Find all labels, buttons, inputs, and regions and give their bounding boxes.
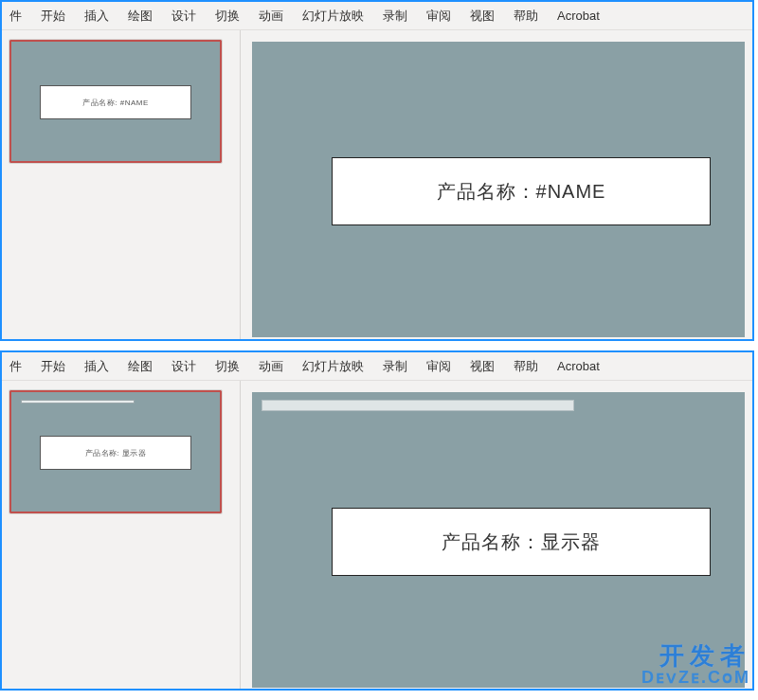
ribbon-tab-9[interactable]: 审阅 bbox=[417, 2, 460, 29]
slide-text-box[interactable]: 产品名称：显示器 bbox=[332, 508, 711, 576]
ribbon-tabs-bar: 件开始插入绘图设计切换动画幻灯片放映录制审阅视图帮助Acrobat bbox=[2, 2, 752, 30]
thumb-text-box: 产品名称: 显示器 bbox=[40, 436, 191, 470]
editor-body: 产品名称: #NAME 产品名称：#NAME bbox=[2, 30, 752, 339]
slide-canvas[interactable]: 产品名称：#NAME bbox=[252, 42, 745, 337]
ribbon-tab-9[interactable]: 审阅 bbox=[417, 352, 460, 380]
ribbon-tab-5[interactable]: 切换 bbox=[206, 352, 249, 380]
ribbon-tab-0[interactable]: 件 bbox=[8, 2, 31, 29]
ribbon-tab-3[interactable]: 绘图 bbox=[118, 2, 162, 29]
ribbon-tab-8[interactable]: 录制 bbox=[373, 2, 417, 29]
slide-text-box[interactable]: 产品名称：#NAME bbox=[332, 157, 711, 225]
slide-thumbnail-1[interactable]: 产品名称: #NAME bbox=[9, 40, 222, 163]
ribbon-tab-2[interactable]: 插入 bbox=[75, 352, 118, 380]
powerpoint-window-1: 件开始插入绘图设计切换动画幻灯片放映录制审阅视图帮助Acrobat 产品名称: … bbox=[0, 0, 754, 341]
ribbon-tab-11[interactable]: 帮助 bbox=[504, 2, 548, 29]
editor-body: 产品名称: 显示器 产品名称：显示器 bbox=[2, 381, 752, 689]
ribbon-tab-4[interactable]: 设计 bbox=[162, 352, 206, 380]
ribbon-tab-10[interactable]: 视图 bbox=[460, 2, 504, 29]
slide-thumbnail-1[interactable]: 产品名称: 显示器 bbox=[9, 390, 222, 513]
ribbon-tabs-bar: 件开始插入绘图设计切换动画幻灯片放映录制审阅视图帮助Acrobat bbox=[2, 352, 752, 381]
ribbon-tab-11[interactable]: 帮助 bbox=[504, 352, 548, 380]
ribbon-tab-3[interactable]: 绘图 bbox=[118, 352, 162, 380]
slide-editor-pane[interactable]: 产品名称：显示器 bbox=[241, 381, 752, 689]
thumb-text-box: 产品名称: #NAME bbox=[40, 85, 191, 119]
ribbon-tab-12[interactable]: Acrobat bbox=[548, 352, 609, 380]
ribbon-tab-0[interactable]: 件 bbox=[8, 352, 31, 380]
ribbon-tab-5[interactable]: 切换 bbox=[206, 2, 249, 29]
ribbon-tab-10[interactable]: 视图 bbox=[460, 352, 504, 380]
ribbon-tab-4[interactable]: 设计 bbox=[162, 2, 206, 29]
ribbon-tab-6[interactable]: 动画 bbox=[249, 352, 293, 380]
slide-thumbnails-pane[interactable]: 产品名称: #NAME bbox=[2, 30, 241, 339]
ribbon-tab-6[interactable]: 动画 bbox=[249, 2, 293, 29]
ribbon-tab-7[interactable]: 幻灯片放映 bbox=[293, 2, 373, 29]
ribbon-tab-2[interactable]: 插入 bbox=[75, 2, 118, 29]
ribbon-tab-1[interactable]: 开始 bbox=[31, 352, 75, 380]
slide-canvas[interactable]: 产品名称：显示器 bbox=[252, 392, 745, 688]
ribbon-tab-8[interactable]: 录制 bbox=[373, 352, 417, 380]
slide-editor-pane[interactable]: 产品名称：#NAME bbox=[241, 30, 752, 339]
ribbon-tab-7[interactable]: 幻灯片放映 bbox=[293, 352, 373, 380]
ribbon-tab-12[interactable]: Acrobat bbox=[548, 2, 609, 29]
thumb-title-placeholder bbox=[21, 400, 135, 404]
ribbon-tab-1[interactable]: 开始 bbox=[31, 2, 75, 29]
page-root: 件开始插入绘图设计切换动画幻灯片放映录制审阅视图帮助Acrobat 产品名称: … bbox=[0, 0, 758, 691]
slide-title-placeholder[interactable] bbox=[262, 400, 574, 411]
slide-thumbnails-pane[interactable]: 产品名称: 显示器 bbox=[2, 381, 241, 689]
powerpoint-window-2: 件开始插入绘图设计切换动画幻灯片放映录制审阅视图帮助Acrobat 产品名称: … bbox=[0, 350, 754, 691]
